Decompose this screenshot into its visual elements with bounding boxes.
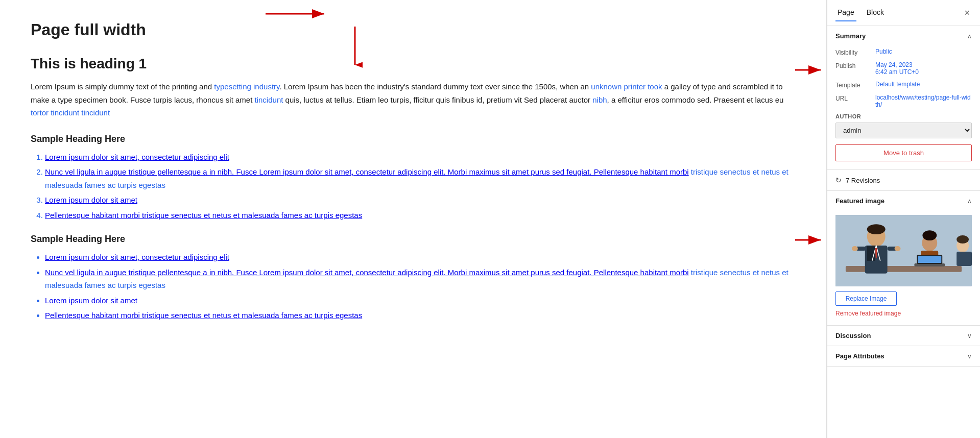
revisions-icon: ↻ <box>835 176 842 184</box>
tab-block[interactable]: Block <box>865 4 886 21</box>
template-row: Template Default template <box>835 81 972 89</box>
template-label: Template <box>835 81 871 89</box>
author-label: AUTHOR <box>835 113 972 119</box>
sidebar-panel: Page Block × Summary ∧ Visibility Public… <box>827 0 980 438</box>
sidebar-header: Page Block × <box>827 0 980 26</box>
svg-point-19 <box>922 230 937 240</box>
svg-point-16 <box>895 246 901 251</box>
svg-rect-26 <box>957 252 972 266</box>
url-label: URL <box>835 94 871 102</box>
main-content: Page full width This is heading 1 Lorem … <box>0 0 826 438</box>
author-section: AUTHOR admin <box>835 113 972 138</box>
list-item: Pellentesque habitant morbi tristique se… <box>45 309 796 322</box>
svg-point-15 <box>852 246 858 251</box>
discussion-header[interactable]: Discussion ∨ <box>827 326 980 346</box>
list-item: Lorem ipsum dolor sit amet, consectetur … <box>45 251 796 264</box>
svg-point-17 <box>867 224 886 234</box>
list-item: Lorem ipsum dolor sit amet <box>45 193 796 207</box>
visibility-label: Visibility <box>835 48 871 56</box>
bullet-list: Lorem ipsum dolor sit amet, consectetur … <box>45 251 796 322</box>
discussion-section: Discussion ∨ <box>827 326 980 346</box>
ordered-list: Lorem ipsum dolor sit amet, consectetur … <box>45 151 796 222</box>
url-row: URL localhost/www/testing/page-full-widt… <box>835 94 972 108</box>
summary-content: Visibility Public Publish May 24, 2023 6… <box>827 46 980 169</box>
featured-image-section: Featured image ∧ <box>827 191 980 326</box>
body-paragraph: Lorem Ipsum is simply dummy text of the … <box>31 80 796 119</box>
publish-row: Publish May 24, 2023 6:42 am UTC+0 <box>835 61 972 76</box>
featured-image-content: Replace Image Remove featured image <box>827 211 980 325</box>
discussion-title: Discussion <box>835 332 871 339</box>
svg-rect-24 <box>918 256 941 263</box>
publish-label: Publish <box>835 61 871 69</box>
visibility-value[interactable]: Public <box>875 48 972 55</box>
page-attributes-header[interactable]: Page Attributes ∨ <box>827 346 980 366</box>
featured-image-preview <box>835 215 972 286</box>
url-value[interactable]: localhost/www/testing/page-full-width/ <box>875 94 972 108</box>
move-to-trash-button[interactable]: Move to trash <box>835 144 972 161</box>
template-value[interactable]: Default template <box>875 81 972 88</box>
close-button[interactable]: × <box>962 6 972 20</box>
remove-featured-image-link[interactable]: Remove featured image <box>835 310 972 317</box>
revisions-text: 7 Revisions <box>846 177 880 184</box>
chevron-down-icon-discussion: ∨ <box>967 332 972 339</box>
summary-section-header[interactable]: Summary ∧ <box>827 26 980 46</box>
sample-heading-1: Sample Heading Here <box>31 134 796 144</box>
page-attributes-section: Page Attributes ∨ <box>827 346 980 367</box>
svg-point-27 <box>957 235 969 244</box>
tab-page[interactable]: Page <box>835 4 856 21</box>
list-item: Lorem ipsum dolor sit amet <box>45 294 796 307</box>
chevron-down-icon-attributes: ∨ <box>967 353 972 360</box>
publish-value[interactable]: May 24, 2023 6:42 am UTC+0 <box>875 61 972 76</box>
page-title: Page full width <box>31 20 796 39</box>
author-select[interactable]: admin <box>835 123 972 138</box>
list-item: Lorem ipsum dolor sit amet, consectetur … <box>45 151 796 164</box>
arrow-right-decoration <box>266 5 332 22</box>
revisions-row[interactable]: ↻ 7 Revisions <box>827 170 980 191</box>
replace-image-button[interactable]: Replace Image <box>835 291 897 306</box>
page-attributes-title: Page Attributes <box>835 352 885 360</box>
summary-title: Summary <box>835 32 866 40</box>
list-item: Nunc vel ligula in augue tristique pelle… <box>45 266 796 292</box>
featured-image-svg <box>835 215 972 286</box>
svg-rect-6 <box>846 266 962 272</box>
sample-heading-2: Sample Heading Here <box>31 234 796 245</box>
chevron-up-icon-featured: ∧ <box>967 198 972 205</box>
visibility-row: Visibility Public <box>835 48 972 56</box>
chevron-up-icon: ∧ <box>967 33 972 40</box>
list-item: Pellentesque habitant morbi tristique se… <box>45 209 796 222</box>
featured-image-header[interactable]: Featured image ∧ <box>827 191 980 211</box>
heading1: This is heading 1 <box>31 56 796 72</box>
list-item: Nunc vel ligula in augue tristique pelle… <box>45 165 796 191</box>
summary-section: Summary ∧ Visibility Public Publish May … <box>827 26 980 170</box>
featured-image-title: Featured image <box>835 197 885 205</box>
